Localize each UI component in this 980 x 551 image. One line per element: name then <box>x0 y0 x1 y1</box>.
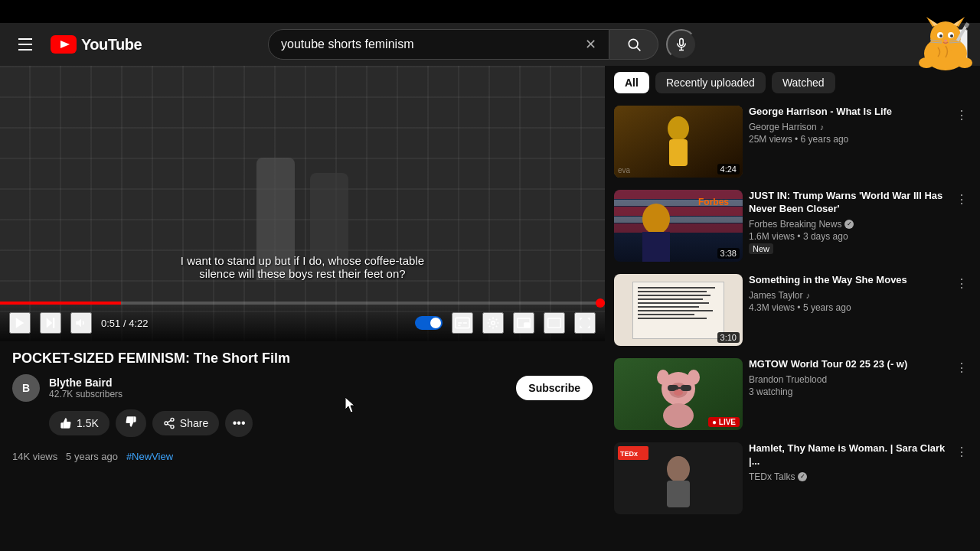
channel-name[interactable]: Blythe Baird <box>49 377 507 389</box>
svg-point-28 <box>957 57 972 68</box>
next-button[interactable] <box>40 312 61 334</box>
svg-point-41 <box>171 418 174 421</box>
share-button[interactable]: Share <box>152 411 219 435</box>
search-input[interactable] <box>281 37 585 51</box>
clear-search-button[interactable]: ✕ <box>585 36 596 53</box>
svg-rect-31 <box>53 318 54 328</box>
upload-age: 5 years ago <box>66 451 118 462</box>
rec-video-4[interactable]: ● LIVE MGTOW World Tour 02 25 23 (- w) B… <box>611 355 974 433</box>
volume-icon <box>74 316 88 330</box>
play-icon <box>13 316 27 330</box>
dislike-button[interactable] <box>116 409 146 437</box>
settings-button[interactable] <box>482 312 504 334</box>
rec-menu-btn-5[interactable]: ⋮ <box>952 442 971 461</box>
fullscreen-button[interactable] <box>574 312 596 334</box>
rec-thumb-img-5: TEDx <box>614 442 743 514</box>
menu-button[interactable] <box>12 32 38 57</box>
svg-rect-57 <box>614 223 743 233</box>
sheet-music <box>632 282 724 339</box>
channel-row: B Blythe Baird 42.7K subscribers Subscri… <box>12 374 593 402</box>
thumbs-up-icon <box>60 417 72 429</box>
svg-marker-29 <box>16 318 24 328</box>
svg-rect-50 <box>669 139 688 166</box>
header: YouTube ✕ <box>0 23 980 66</box>
rec-thumb-2: Forbes 3:38 <box>614 190 743 262</box>
like-button[interactable]: 1.5K <box>49 411 109 435</box>
svg-point-2 <box>629 39 638 48</box>
rec-video-3[interactable]: 3:10 Something in the Way She Moves Jame… <box>611 271 974 349</box>
rec-info-1: George Harrison - What Is Life George Ha… <box>749 106 971 178</box>
subtitle-line-2: silence will these boys rest their feet … <box>181 267 424 280</box>
duration-badge-3: 3:10 <box>717 332 740 343</box>
verified-icon-2: ✓ <box>844 220 854 229</box>
microphone-button[interactable] <box>666 29 697 60</box>
channel-avatar[interactable]: B <box>12 374 40 402</box>
share-label: Share <box>180 417 208 429</box>
youtube-logo-icon <box>51 35 77 54</box>
svg-point-43 <box>171 425 174 429</box>
svg-point-67 <box>674 390 683 396</box>
subtitle-line-1: I want to stand up but if I do, whose co… <box>181 254 424 267</box>
search-icon <box>626 37 642 52</box>
main-content: I want to stand up but if I do, whose co… <box>0 66 980 551</box>
rec-channel-2: Forbes Breaking News ✓ <box>749 219 952 230</box>
svg-point-70 <box>663 403 694 428</box>
play-button[interactable] <box>9 312 31 334</box>
miniplayer-button[interactable] <box>513 312 534 334</box>
channel-subscribers: 42.7K subscribers <box>49 389 507 399</box>
video-title: POCKET-SIZED FEMINISM: The Short Film <box>12 350 593 367</box>
rec-menu-btn-1[interactable]: ⋮ <box>952 106 971 124</box>
rec-menu-btn-3[interactable]: ⋮ <box>952 274 971 292</box>
rec-menu-btn-4[interactable]: ⋮ <box>952 358 971 377</box>
toggle-track <box>415 316 443 330</box>
svg-rect-39 <box>524 323 530 327</box>
captions-icon <box>455 317 470 329</box>
svg-marker-30 <box>47 318 53 328</box>
video-thumbnail: I want to stand up but if I do, whose co… <box>0 66 605 341</box>
search-button[interactable] <box>609 29 658 60</box>
captions-button[interactable] <box>452 312 473 334</box>
rec-video-1[interactable]: eva 4:24 George Harrison - What Is Life … <box>611 103 974 181</box>
time-display: 0:51 / 4:22 <box>101 318 148 329</box>
tab-watched[interactable]: Watched <box>772 72 835 93</box>
video-meta: 14K views 5 years ago #NewView <box>0 446 605 462</box>
volume-button[interactable] <box>70 312 92 334</box>
svg-line-3 <box>636 47 640 51</box>
rec-info-5: Hamlet, Thy Name is Woman. | Sara Clark … <box>749 442 971 514</box>
channel-info: Blythe Baird 42.7K subscribers <box>49 377 507 399</box>
theater-button[interactable] <box>544 312 565 334</box>
svg-text:eva: eva <box>618 166 631 174</box>
subscribe-button[interactable]: Subscribe <box>516 376 593 400</box>
music-note-3: ♪ <box>805 291 810 300</box>
rec-meta-1: 25M views • 6 years ago <box>749 134 952 145</box>
toggle-thumb <box>430 318 441 328</box>
rec-title-1: George Harrison - What Is Life <box>749 106 952 119</box>
svg-rect-55 <box>614 207 743 216</box>
duration-badge-2: 3:38 <box>717 248 740 259</box>
video-player[interactable]: I want to stand up but if I do, whose co… <box>0 66 605 341</box>
rec-thumb-3: 3:10 <box>614 274 743 346</box>
player-controls: 0:51 / 4:22 <box>0 305 605 341</box>
rec-meta-4: 3 watching <box>749 386 952 397</box>
rec-title-4: MGTOW World Tour 02 25 23 (- w) <box>749 358 952 371</box>
more-options-button[interactable]: ••• <box>225 409 253 437</box>
miniplayer-icon <box>517 318 531 328</box>
autoplay-toggle[interactable] <box>415 316 443 330</box>
tab-all[interactable]: All <box>614 72 649 93</box>
video-area: I want to stand up but if I do, whose co… <box>0 66 605 551</box>
svg-line-45 <box>168 420 172 422</box>
tab-recently-uploaded[interactable]: Recently uploaded <box>655 72 766 93</box>
rec-info-2: JUST IN: Trump Warns 'World War III Has … <box>749 190 971 262</box>
youtube-logo[interactable]: YouTube <box>51 35 142 54</box>
live-badge-4: ● LIVE <box>708 417 740 427</box>
sidebar: All Recently uploaded Watched <box>605 66 980 551</box>
svg-point-49 <box>668 116 689 141</box>
rec-menu-btn-2[interactable]: ⋮ <box>952 190 971 208</box>
rec-video-5[interactable]: TEDx Hamlet, Thy Name is Woman. | Sara C… <box>611 439 974 517</box>
rec-channel-1: George Harrison ♪ <box>749 122 952 132</box>
svg-rect-33 <box>456 318 469 328</box>
rec-video-2[interactable]: Forbes 3:38 JUST IN: Trump Warns 'World … <box>611 187 974 265</box>
settings-icon <box>486 316 500 330</box>
rec-thumb-5: TEDx <box>614 442 743 514</box>
video-hashtag[interactable]: #NewView <box>126 451 173 462</box>
